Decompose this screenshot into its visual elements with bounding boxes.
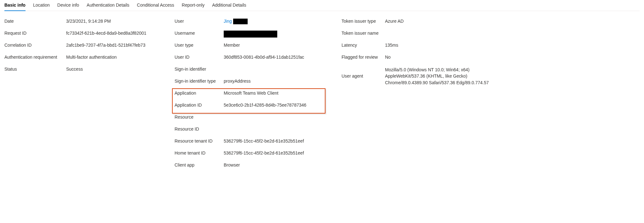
value-date: 3/23/2021, 9:14:28 PM bbox=[66, 19, 111, 24]
value-application: Microsoft Teams Web Client bbox=[224, 91, 279, 96]
row-client-app: Client app Browser bbox=[175, 161, 326, 173]
user-agent-line1: Mozilla/5.0 (Windows NT 10.0; Win64; x64… bbox=[385, 67, 489, 73]
row-user-agent: User agent Mozilla/5.0 (Windows NT 10.0;… bbox=[342, 65, 505, 87]
label-username: Username bbox=[175, 31, 224, 36]
label-latency: Latency bbox=[342, 43, 385, 48]
row-user-type: User type Member bbox=[175, 41, 326, 53]
label-user-agent: User agent bbox=[342, 73, 385, 79]
label-resource: Resource bbox=[175, 114, 224, 120]
label-date: Date bbox=[4, 19, 66, 24]
column-3: Token issuer type Azure AD Token issuer … bbox=[342, 17, 505, 87]
row-resource-id: Resource ID bbox=[175, 125, 326, 137]
redacted-user-surname bbox=[233, 19, 248, 24]
label-user-type: User type bbox=[175, 43, 224, 48]
label-status: Status bbox=[4, 67, 66, 72]
row-application: Application Microsoft Teams Web Client bbox=[175, 89, 326, 101]
label-user: User bbox=[175, 19, 224, 24]
row-flagged-for-review: Flagged for review No bbox=[342, 53, 505, 65]
label-signin-identifier: Sign-in identifier bbox=[175, 67, 224, 72]
label-request-id: Request ID bbox=[4, 31, 66, 36]
label-token-issuer-type: Token issuer type bbox=[342, 19, 385, 24]
value-latency: 135ms bbox=[385, 43, 398, 48]
value-token-issuer-type: Azure AD bbox=[385, 19, 404, 24]
row-resource: Resource bbox=[175, 113, 326, 125]
value-home-tenant-id: 536279f6-15cc-45f2-be2d-61e352b51eef bbox=[224, 150, 304, 156]
tab-device-info[interactable]: Device info bbox=[57, 0, 79, 11]
value-auth-requirement: Multi-factor authentication bbox=[66, 55, 117, 60]
value-resource-tenant-id: 536279f6-15cc-45f2-be2d-61e352b51eef bbox=[224, 138, 304, 144]
value-correlation-id: 2afc1be9-7207-4f7a-bbd1-521bf47feb73 bbox=[66, 43, 145, 48]
column-1: Date 3/23/2021, 9:14:28 PM Request ID fc… bbox=[4, 17, 159, 77]
label-application: Application bbox=[175, 91, 224, 96]
label-resource-id: Resource ID bbox=[175, 126, 224, 132]
tab-authentication-details[interactable]: Authentication Details bbox=[87, 0, 129, 11]
column-2: User Jing Username User type Member User… bbox=[175, 17, 326, 173]
row-signin-identifier: Sign-in identifier bbox=[175, 65, 326, 77]
value-user: Jing bbox=[224, 19, 248, 24]
redacted-username bbox=[224, 31, 277, 38]
value-status: Success bbox=[66, 67, 83, 72]
tab-report-only[interactable]: Report-only bbox=[182, 0, 204, 11]
row-home-tenant-id: Home tenant ID 536279f6-15cc-45f2-be2d-6… bbox=[175, 149, 326, 161]
value-user-id: 360df853-0081-4b0d-af94-11dab1251fac bbox=[224, 55, 304, 60]
label-client-app: Client app bbox=[175, 162, 224, 167]
label-user-id: User ID bbox=[175, 55, 224, 60]
basic-info-panel: Date 3/23/2021, 9:14:28 PM Request ID fc… bbox=[4, 17, 640, 173]
row-token-issuer-name: Token issuer name bbox=[342, 29, 505, 41]
label-auth-requirement: Authentication requirement bbox=[4, 55, 66, 60]
user-agent-line2: AppleWebKit/537.36 (KHTML, like Gecko) bbox=[385, 73, 489, 79]
value-username bbox=[224, 31, 277, 38]
row-user: User Jing bbox=[175, 17, 326, 29]
row-request-id: Request ID fc73342f-621b-4ecd-8da9-bed8a… bbox=[4, 29, 159, 41]
user-link[interactable]: Jing bbox=[224, 19, 232, 24]
row-username: Username bbox=[175, 29, 326, 41]
value-flagged-for-review: No bbox=[385, 55, 391, 60]
value-signin-identifier-type: proxyAddress bbox=[224, 79, 251, 84]
row-latency: Latency 135ms bbox=[342, 41, 505, 53]
value-application-id: 5e3ce6c0-2b1f-4285-8d4b-75ee78787346 bbox=[224, 103, 306, 108]
label-signin-identifier-type: Sign-in identifier type bbox=[175, 79, 224, 84]
value-user-type: Member bbox=[224, 43, 240, 48]
row-status: Status Success bbox=[4, 65, 159, 77]
row-correlation-id: Correlation ID 2afc1be9-7207-4f7a-bbd1-5… bbox=[4, 41, 159, 53]
label-flagged-for-review: Flagged for review bbox=[342, 55, 385, 60]
row-resource-tenant-id: Resource tenant ID 536279f6-15cc-45f2-be… bbox=[175, 137, 326, 149]
value-client-app: Browser bbox=[224, 162, 240, 167]
tab-location[interactable]: Location bbox=[33, 0, 50, 11]
row-signin-identifier-type: Sign-in identifier type proxyAddress bbox=[175, 77, 326, 89]
value-user-agent: Mozilla/5.0 (Windows NT 10.0; Win64; x64… bbox=[385, 67, 489, 86]
user-agent-line3: Chrome/89.0.4389.90 Safari/537.36 Edg/89… bbox=[385, 79, 489, 86]
tab-additional-details[interactable]: Additional Details bbox=[212, 0, 246, 11]
row-date: Date 3/23/2021, 9:14:28 PM bbox=[4, 17, 159, 29]
label-home-tenant-id: Home tenant ID bbox=[175, 150, 224, 156]
label-application-id: Application ID bbox=[175, 103, 224, 108]
tab-bar: Basic info Location Device info Authenti… bbox=[4, 0, 640, 11]
row-user-id: User ID 360df853-0081-4b0d-af94-11dab125… bbox=[175, 53, 326, 65]
tab-basic-info[interactable]: Basic info bbox=[4, 0, 26, 11]
row-token-issuer-type: Token issuer type Azure AD bbox=[342, 17, 505, 29]
row-application-id: Application ID 5e3ce6c0-2b1f-4285-8d4b-7… bbox=[175, 101, 326, 113]
row-auth-requirement: Authentication requirement Multi-factor … bbox=[4, 53, 159, 65]
value-request-id: fc73342f-621b-4ecd-8da9-bed8a3f82001 bbox=[66, 31, 147, 36]
label-resource-tenant-id: Resource tenant ID bbox=[175, 138, 224, 144]
label-correlation-id: Correlation ID bbox=[4, 43, 66, 48]
label-token-issuer-name: Token issuer name bbox=[342, 31, 385, 36]
tab-conditional-access[interactable]: Conditional Access bbox=[137, 0, 174, 11]
